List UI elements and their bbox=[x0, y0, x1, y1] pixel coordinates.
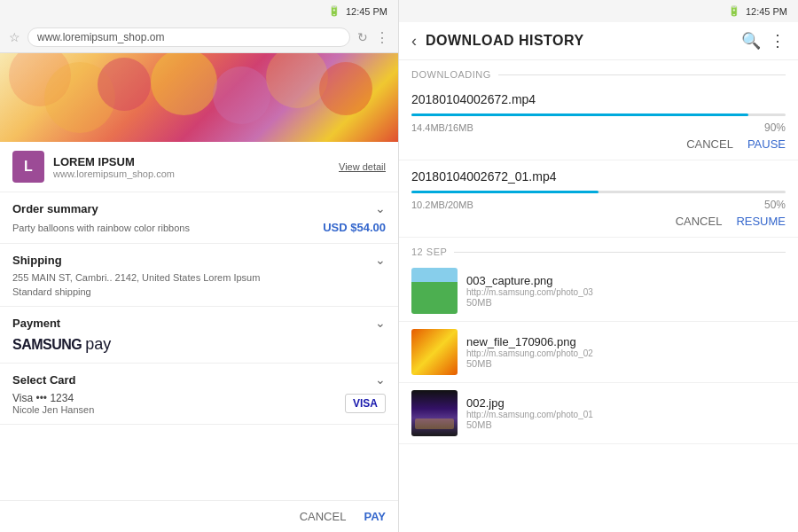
card-holder-name: Nicole Jen Hansen bbox=[12, 404, 94, 415]
time-left: 12:45 PM bbox=[346, 6, 387, 17]
shipping-header[interactable]: Shipping ⌄ bbox=[12, 253, 386, 267]
shipping-method: Standard shipping bbox=[12, 286, 386, 297]
history-item-2[interactable]: new_file_170906.png http://m.samsung.com… bbox=[399, 322, 798, 383]
payment-chevron: ⌄ bbox=[375, 316, 386, 330]
downloading-label: DOWNLOADING bbox=[399, 60, 798, 83]
download-item-1: 20180104002672.mp4 14.4MB/16MB 90% CANCE… bbox=[399, 83, 798, 160]
history-filename-3: 002.jpg bbox=[466, 396, 786, 410]
order-summary-section: Order summary ⌄ Party balloons with rain… bbox=[0, 192, 398, 244]
pay-text: pay bbox=[85, 335, 111, 354]
more-icon-browser[interactable]: ⋮ bbox=[375, 29, 389, 46]
download-filename-2: 20180104002672_01.mp4 bbox=[411, 169, 786, 184]
card-number: Visa ••• 1234 bbox=[12, 392, 94, 404]
shipping-address: 255 MAIN ST, Cambri.. 2142, United State… bbox=[12, 272, 386, 283]
product-name-block: LOREM IPSUM www.loremipsum_shop.com bbox=[53, 155, 330, 179]
download-history-title: DOWNLOAD HISTORY bbox=[426, 33, 732, 49]
history-thumb-2 bbox=[411, 329, 458, 375]
browser-bar: ☆ www.loremipsum_shop.om ↻ ⋮ bbox=[0, 22, 398, 53]
select-card-header[interactable]: Select Card ⌄ bbox=[12, 372, 386, 387]
payment-title: Payment bbox=[12, 317, 60, 330]
history-filename-1: 003_capture.png bbox=[466, 274, 786, 287]
view-detail-link[interactable]: View detail bbox=[339, 161, 386, 172]
order-price: USD $54.00 bbox=[323, 221, 386, 234]
history-size-2: 50MB bbox=[466, 358, 786, 369]
battery-icon-left: 🔋 bbox=[328, 5, 340, 17]
history-info-1: 003_capture.png http://m.samsung.com/pho… bbox=[466, 274, 786, 308]
progress-bar-fill-1 bbox=[411, 113, 748, 116]
order-description: Party balloons with rainbow color ribbon… bbox=[12, 223, 190, 233]
download-item-2: 20180104002672_01.mp4 10.2MB/20MB 50% CA… bbox=[399, 160, 798, 238]
history-item-3[interactable]: 002.jpg http://m.samsung.com/photo_01 50… bbox=[399, 383, 798, 444]
time-right: 12:45 PM bbox=[746, 6, 787, 17]
progress-bar-bg-2 bbox=[411, 191, 786, 193]
history-url-3: http://m.samsung.com/photo_01 bbox=[466, 410, 786, 419]
status-bar-left: 🔋 12:45 PM bbox=[0, 0, 398, 22]
download-pct-1: 90% bbox=[764, 121, 786, 134]
progress-bar-fill-2 bbox=[411, 191, 598, 193]
shipping-title: Shipping bbox=[12, 254, 62, 267]
history-info-3: 002.jpg http://m.samsung.com/photo_01 50… bbox=[466, 396, 786, 430]
download-meta-2: 10.2MB/20MB 50% bbox=[411, 199, 786, 211]
download-actions-1: CANCEL PAUSE bbox=[411, 137, 786, 151]
samsung-pay-logo: SAMSUNG pay bbox=[12, 335, 386, 354]
product-name: LOREM IPSUM bbox=[53, 155, 330, 168]
history-item-1[interactable]: 003_capture.png http://m.samsung.com/pho… bbox=[399, 261, 798, 322]
battery-icon-right: 🔋 bbox=[728, 5, 740, 17]
history-label: 12 SEP bbox=[399, 238, 798, 261]
product-url: www.loremipsum_shop.com bbox=[53, 168, 330, 179]
history-url-1: http://m.samsung.com/photo_03 bbox=[466, 287, 786, 297]
select-card-chevron: ⌄ bbox=[375, 372, 386, 387]
refresh-icon[interactable]: ↻ bbox=[357, 30, 368, 44]
download-meta-1: 14.4MB/16MB 90% bbox=[411, 121, 786, 134]
product-info: L LOREM IPSUM www.loremipsum_shop.com Vi… bbox=[0, 142, 398, 192]
order-summary-chevron: ⌄ bbox=[375, 201, 386, 215]
order-summary-title: Order summary bbox=[12, 202, 98, 215]
payment-section: Payment ⌄ SAMSUNG pay bbox=[0, 307, 398, 364]
cancel-download-2[interactable]: CANCEL bbox=[676, 215, 723, 228]
cancel-button[interactable]: CANCEL bbox=[300, 510, 347, 523]
product-logo: L bbox=[12, 151, 44, 183]
more-options-icon[interactable]: ⋮ bbox=[770, 31, 786, 51]
pause-download-1[interactable]: PAUSE bbox=[747, 137, 786, 151]
cancel-download-1[interactable]: CANCEL bbox=[686, 137, 733, 151]
shipping-section: Shipping ⌄ 255 MAIN ST, Cambri.. 2142, U… bbox=[0, 244, 398, 307]
pay-button[interactable]: PAY bbox=[364, 510, 386, 523]
shipping-chevron: ⌄ bbox=[375, 253, 386, 267]
download-filename-1: 20180104002672.mp4 bbox=[411, 92, 786, 106]
select-card-title: Select Card bbox=[12, 373, 76, 387]
download-header: ‹ DOWNLOAD HISTORY 🔍 ⋮ bbox=[399, 22, 798, 60]
product-image bbox=[0, 53, 398, 142]
right-panel: 🔋 12:45 PM ‹ DOWNLOAD HISTORY 🔍 ⋮ DOWNLO… bbox=[399, 0, 798, 532]
star-icon[interactable]: ☆ bbox=[9, 30, 20, 44]
select-card-section: Select Card ⌄ Visa ••• 1234 Nicole Jen H… bbox=[0, 364, 398, 425]
history-thumb-1 bbox=[411, 268, 458, 314]
download-actions-2: CANCEL RESUME bbox=[411, 215, 786, 228]
card-holder: Visa ••• 1234 Nicole Jen Hansen bbox=[12, 392, 94, 415]
resume-download-2[interactable]: RESUME bbox=[736, 215, 786, 228]
history-size-3: 50MB bbox=[466, 419, 786, 430]
download-size-1: 14.4MB/16MB bbox=[411, 122, 473, 133]
history-info-2: new_file_170906.png http://m.samsung.com… bbox=[466, 335, 786, 369]
left-panel: 🔋 12:45 PM ☆ www.loremipsum_shop.om ↻ ⋮ … bbox=[0, 0, 399, 532]
progress-bar-bg-1 bbox=[411, 113, 786, 116]
history-size-1: 50MB bbox=[466, 297, 786, 308]
url-bar[interactable]: www.loremipsum_shop.om bbox=[27, 27, 350, 47]
history-url-2: http://m.samsung.com/photo_02 bbox=[466, 348, 786, 358]
order-summary-header[interactable]: Order summary ⌄ bbox=[12, 201, 386, 215]
download-pct-2: 50% bbox=[764, 199, 786, 211]
download-size-2: 10.2MB/20MB bbox=[411, 200, 473, 210]
action-bar: CANCEL PAY bbox=[0, 500, 398, 532]
history-filename-2: new_file_170906.png bbox=[466, 335, 786, 348]
status-bar-right: 🔋 12:45 PM bbox=[399, 0, 798, 22]
search-icon[interactable]: 🔍 bbox=[741, 31, 761, 51]
shipping-content: 255 MAIN ST, Cambri.. 2142, United State… bbox=[12, 272, 386, 297]
order-item: Party balloons with rainbow color ribbon… bbox=[12, 221, 386, 234]
history-thumb-3 bbox=[411, 390, 458, 436]
card-info: Visa ••• 1234 Nicole Jen Hansen VISA bbox=[12, 392, 386, 415]
back-button[interactable]: ‹ bbox=[411, 32, 417, 51]
samsung-text: SAMSUNG bbox=[12, 337, 82, 353]
visa-badge: VISA bbox=[345, 394, 386, 413]
payment-header[interactable]: Payment ⌄ bbox=[12, 316, 386, 330]
